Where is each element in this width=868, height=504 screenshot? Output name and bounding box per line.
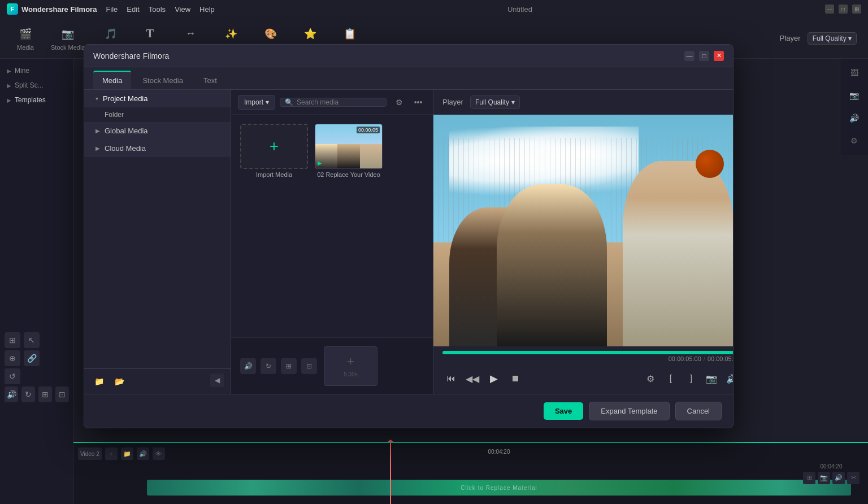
rt-audio-btn[interactable]: 🔊	[845, 108, 864, 128]
tool-crop-btn[interactable]: ⊞	[38, 386, 52, 402]
modal-close-btn[interactable]: ✕	[714, 51, 724, 61]
mark-in-btn[interactable]: [	[662, 370, 679, 387]
tl-vol-btn2[interactable]: 🔊	[240, 358, 256, 374]
mark-out-btn[interactable]: ]	[683, 370, 700, 387]
tool-row-3: ↺	[5, 368, 69, 384]
tl-rotate-btn2[interactable]: ↻	[261, 358, 276, 374]
collapse-panel-btn[interactable]: ◀	[210, 373, 224, 387]
tool-row-4: 🔊 ↻ ⊞ ⊡	[5, 386, 69, 402]
new-folder-btn[interactable]: 📁	[91, 373, 107, 389]
search-input[interactable]	[297, 98, 381, 106]
chevron-templates-icon: ▶	[7, 97, 11, 103]
video-media-label: 02 Replace Your Video	[317, 171, 380, 178]
tool-rotate-btn[interactable]: ↻	[21, 386, 35, 402]
modal-timeline-area: 🔊 ↻ ⊞ ⊡ + 5.00s	[231, 337, 433, 394]
rt-settings-btn[interactable]: ⚙	[845, 131, 864, 150]
sidebar-item-mine[interactable]: ▶ Mine	[0, 63, 73, 78]
tab-media[interactable]: Media	[93, 71, 131, 89]
modal-content-row: Import ▾ 🔍 ⚙ •••	[231, 90, 733, 394]
toolbar-media[interactable]: 🎬 Media	[11, 26, 40, 51]
modal-minimize-btn[interactable]: —	[684, 51, 695, 61]
timeline-track[interactable]: Click to Replace Material	[147, 480, 851, 496]
video-duration: 00:00:05	[357, 127, 380, 133]
save-button[interactable]: Save	[544, 402, 583, 420]
menu-edit[interactable]: Edit	[127, 5, 139, 14]
sidebar-item-templates[interactable]: ▶ Templates	[0, 93, 73, 107]
rp-scale-btn[interactable]: ⊞	[803, 472, 815, 484]
quality-dropdown[interactable]: Full Quality ▾	[470, 95, 520, 109]
progress-bar[interactable]	[442, 351, 733, 354]
menu-view[interactable]: View	[175, 5, 190, 14]
filmora-modal: Wondershare Filmora — □ ✕ Media Stock Me…	[84, 44, 734, 428]
player-progress: 00:00:05:00 / 00:00:05:00	[433, 346, 733, 367]
win-minimize[interactable]: —	[825, 5, 834, 14]
sidebar-item-splitsc[interactable]: ▶ Split Sc...	[0, 78, 73, 93]
tab-stock-media[interactable]: Stock Media	[133, 72, 192, 89]
modal-maximize-btn[interactable]: □	[699, 51, 709, 61]
tree-cloud-media[interactable]: ▶ Cloud Media	[84, 140, 231, 157]
video-media-item[interactable]: 00:00:05 ▶ 02 Replace Your Video	[315, 124, 383, 178]
tree-project-media[interactable]: ▾ Project Media	[84, 90, 231, 107]
step-back-btn[interactable]: ⏮	[442, 370, 459, 387]
import-button[interactable]: Import ▾	[238, 95, 275, 110]
cancel-button[interactable]: Cancel	[675, 402, 722, 420]
person-center	[497, 184, 607, 346]
import-media-item[interactable]: + Import Media	[240, 124, 308, 178]
tl-folder-btn[interactable]: 📁	[121, 447, 133, 460]
transitions-icon: ↔	[183, 26, 198, 42]
win-maximize[interactable]: □	[839, 5, 848, 14]
more-options-icon[interactable]: •••	[410, 94, 426, 110]
menu-file[interactable]: File	[106, 5, 118, 14]
stickers-icon: ⭐	[302, 26, 318, 42]
tool-link-btn[interactable]: 🔗	[24, 350, 40, 366]
menu-help[interactable]: Help	[199, 5, 215, 14]
tool-grid-btn[interactable]: ⊞	[5, 332, 20, 348]
player-label: Player	[442, 98, 463, 106]
frame-back-btn[interactable]: ◀◀	[464, 370, 481, 387]
stop-btn[interactable]: ⏹	[507, 370, 524, 387]
expand-template-button[interactable]: Expand Template	[589, 402, 669, 420]
rp-cut-btn[interactable]: ✂	[847, 472, 860, 484]
rp-vol2-btn[interactable]: 🔊	[832, 472, 845, 484]
search-bar: 🔍	[280, 98, 387, 107]
new-bin-btn[interactable]: 📂	[111, 373, 127, 389]
quality-chevron-top: ▾	[848, 34, 852, 42]
toolbar-stock-media[interactable]: 📷 Stock Media	[51, 26, 85, 51]
timeline-time-readout: 00:04:20	[821, 463, 843, 470]
rt-photo-btn[interactable]: 🖼	[845, 63, 864, 82]
tool-snap-btn[interactable]: ⊡	[55, 386, 69, 402]
player-controls-bar: Player Full Quality ▾	[780, 32, 857, 45]
filter-icon[interactable]: ⚙	[391, 94, 407, 110]
tool-add-btn[interactable]: ⊕	[5, 350, 20, 366]
player-right-controls: ⚙ [ ] 📷 🔊	[642, 370, 733, 387]
tl-add-btn[interactable]: +	[105, 447, 118, 460]
video-thumb: 00:00:05 ▶	[315, 124, 383, 169]
snapshot-btn[interactable]: 📷	[703, 370, 720, 387]
tool-volume-btn[interactable]: 🔊	[5, 386, 18, 402]
filters-icon: 🎨	[263, 26, 279, 42]
tab-text[interactable]: Text	[194, 72, 226, 89]
play-pause-btn[interactable]: ▶	[485, 370, 502, 387]
rt-camera-btn[interactable]: 📷	[845, 86, 864, 105]
win-grid[interactable]: ⊞	[852, 5, 861, 14]
settings-ctrl-btn[interactable]: ⚙	[642, 370, 659, 387]
tl-crop-btn2[interactable]: ⊞	[281, 358, 297, 374]
tl-snap-btn2[interactable]: ⊡	[301, 358, 317, 374]
menu-tools[interactable]: Tools	[149, 5, 166, 14]
global-media-label: Global Media	[105, 127, 148, 135]
import-label: Import	[244, 98, 263, 106]
tool-undo-btn[interactable]: ↺	[5, 368, 20, 384]
time-total: 00:00:05:00	[708, 355, 733, 362]
volume-ctrl-btn[interactable]: 🔊	[723, 370, 733, 387]
time-current: 00:00:05:00	[669, 355, 701, 362]
timeline-slot-1[interactable]: + 5.00s	[324, 346, 377, 386]
plus-icon: +	[270, 137, 279, 155]
quality-value: Full Quality	[475, 98, 509, 106]
tool-cursor-btn[interactable]: ↖	[24, 332, 40, 348]
quality-selector-top[interactable]: Full Quality ▾	[808, 32, 857, 45]
rp-camera2-btn[interactable]: 📷	[818, 472, 830, 484]
modal-left-panel: ▾ Project Media Folder ▶ Global Media ▶ …	[84, 90, 231, 394]
tree-global-media[interactable]: ▶ Global Media	[84, 122, 231, 140]
tree-folder[interactable]: Folder	[84, 107, 231, 122]
app-logo: F Wondershare Filmora	[7, 3, 97, 15]
